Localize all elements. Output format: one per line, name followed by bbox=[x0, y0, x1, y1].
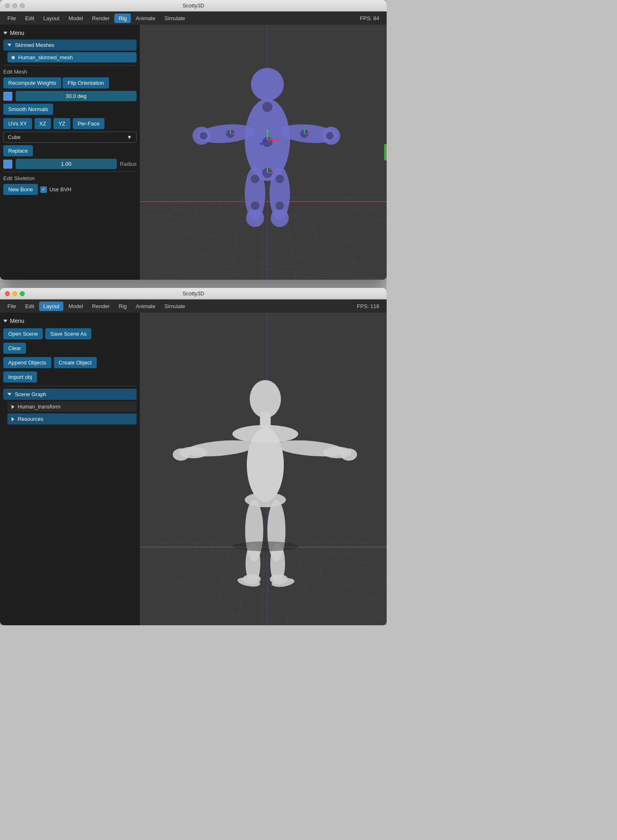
menu-layout[interactable]: Layout bbox=[39, 14, 63, 23]
menu-collapse-icon[interactable] bbox=[3, 32, 7, 35]
menu2-animate[interactable]: Animate bbox=[132, 302, 160, 311]
divider-1 bbox=[3, 65, 137, 65]
minimize-button[interactable] bbox=[12, 3, 17, 8]
dot-icon bbox=[12, 56, 15, 59]
resources-expand-icon bbox=[12, 417, 14, 421]
titlebar-layout: Scotty3D bbox=[0, 288, 387, 299]
human-mesh-label: Human_skinned_mesh bbox=[18, 54, 73, 60]
viewport-grid bbox=[140, 25, 387, 280]
menu-rig[interactable]: Rig bbox=[114, 14, 131, 23]
viewport-layout[interactable] bbox=[140, 313, 387, 625]
svg-point-33 bbox=[271, 209, 289, 227]
menu-label-2: Menu bbox=[10, 318, 24, 324]
smooth-normals-button[interactable]: Smooth Normals bbox=[3, 104, 53, 115]
traffic-lights-layout bbox=[5, 291, 25, 296]
resources-header[interactable]: Resources bbox=[7, 413, 137, 425]
maximize-button-2[interactable] bbox=[20, 291, 25, 296]
skinned-meshes-collapse-icon bbox=[7, 44, 12, 46]
minimize-button-2[interactable] bbox=[12, 291, 17, 296]
cube-dropdown[interactable]: Cube ▼ bbox=[3, 132, 137, 143]
menu-collapse-icon-2[interactable] bbox=[3, 320, 7, 323]
window-rig: Scotty3D File Edit Layout Model Render R… bbox=[0, 0, 387, 280]
uv-buttons-row: UVs XY XZ YZ Per-Face bbox=[3, 117, 137, 130]
fps-counter: FPS: 84 bbox=[356, 14, 383, 23]
scene-graph-header[interactable]: Scene Graph bbox=[3, 389, 137, 400]
menu-animate[interactable]: Animate bbox=[132, 14, 160, 23]
radius-input-row: Radius bbox=[3, 159, 137, 169]
svg-point-38 bbox=[276, 175, 284, 183]
cube-dropdown-row: Cube ▼ bbox=[3, 132, 137, 143]
new-bone-button[interactable]: New Bone bbox=[3, 184, 38, 195]
svg-point-87 bbox=[232, 425, 298, 443]
close-button-2[interactable] bbox=[5, 291, 10, 296]
menu2-rig[interactable]: Rig bbox=[114, 302, 131, 311]
scene-buttons-row: Open Scene Save Scene As bbox=[3, 327, 137, 340]
menu2-model[interactable]: Model bbox=[64, 302, 87, 311]
sidebar-rig: Menu Skinned Meshes Human_skinned_mesh E… bbox=[0, 25, 140, 280]
recompute-weights-button[interactable]: Recompute Weights bbox=[3, 77, 61, 88]
skinned-meshes-header[interactable]: Skinned Meshes bbox=[3, 39, 137, 51]
replace-button[interactable]: Replace bbox=[3, 145, 33, 156]
menu2-simulate[interactable]: Simulate bbox=[160, 302, 190, 311]
resources-label: Resources bbox=[18, 416, 43, 422]
human-transform-item[interactable]: Human_transform bbox=[7, 401, 137, 412]
menu-label: Menu bbox=[10, 30, 24, 36]
uvs-xy-button[interactable]: UVs XY bbox=[3, 118, 32, 129]
scene-graph-label: Scene Graph bbox=[15, 391, 46, 397]
viewport-layout-canvas bbox=[140, 313, 387, 625]
import-obj-button[interactable]: Import obj bbox=[3, 371, 37, 383]
checkmark-icon: ✓ bbox=[42, 187, 45, 192]
xz-button[interactable]: XZ bbox=[35, 118, 51, 129]
menu2-layout[interactable]: Layout bbox=[39, 302, 63, 311]
radius-label: Radius bbox=[120, 161, 137, 167]
radius-color-swatch bbox=[3, 160, 12, 169]
menu-edit[interactable]: Edit bbox=[21, 14, 38, 23]
edit-skeleton-label: Edit Skeleton bbox=[3, 175, 137, 181]
svg-point-44 bbox=[276, 202, 284, 210]
radius-input[interactable] bbox=[16, 159, 117, 169]
menubar-rig: File Edit Layout Model Render Rig Animat… bbox=[0, 12, 387, 25]
append-objects-button[interactable]: Append Objects bbox=[3, 357, 51, 368]
svg-point-32 bbox=[246, 209, 264, 227]
menu-render[interactable]: Render bbox=[88, 14, 114, 23]
svg-point-43 bbox=[251, 202, 259, 210]
menubar-layout: File Edit Layout Model Render Rig Animat… bbox=[0, 299, 387, 313]
cube-label: Cube bbox=[8, 134, 21, 140]
divider-3 bbox=[3, 386, 137, 386]
human-mesh-item[interactable]: Human_skinned_mesh bbox=[7, 52, 137, 63]
use-bvh-checkbox[interactable]: ✓ bbox=[40, 186, 47, 193]
menu-header-2: Menu bbox=[3, 316, 137, 326]
svg-point-86 bbox=[250, 380, 281, 418]
clear-button[interactable]: Clear bbox=[3, 343, 26, 354]
svg-point-41 bbox=[200, 132, 207, 139]
human-transform-expand-icon bbox=[12, 405, 14, 409]
close-button[interactable] bbox=[5, 3, 10, 8]
open-scene-button[interactable]: Open Scene bbox=[3, 328, 43, 339]
angle-input[interactable] bbox=[16, 91, 137, 101]
svg-point-25 bbox=[251, 68, 284, 101]
menu-file[interactable]: File bbox=[3, 14, 20, 23]
human-transform-label: Human_transform bbox=[18, 404, 60, 410]
scene-graph-collapse-icon bbox=[7, 393, 12, 396]
window-title-2: Scotty3D bbox=[183, 290, 204, 297]
menu-simulate[interactable]: Simulate bbox=[160, 14, 190, 23]
svg-point-90 bbox=[173, 448, 189, 461]
save-scene-as-button[interactable]: Save Scene As bbox=[45, 328, 91, 339]
yz-button[interactable]: YZ bbox=[53, 118, 70, 129]
viewport-rig[interactable] bbox=[140, 25, 387, 280]
menu-model[interactable]: Model bbox=[64, 14, 87, 23]
menu2-file[interactable]: File bbox=[3, 302, 20, 311]
angle-input-row bbox=[3, 91, 137, 101]
menu2-edit[interactable]: Edit bbox=[21, 302, 38, 311]
maximize-button[interactable] bbox=[20, 3, 25, 8]
menu2-render[interactable]: Render bbox=[88, 302, 114, 311]
create-object-button[interactable]: Create Object bbox=[54, 357, 97, 368]
flip-orientation-button[interactable]: Flip Orientation bbox=[63, 77, 109, 88]
svg-point-42 bbox=[326, 132, 334, 139]
window-layout: Scotty3D File Edit Layout Model Render R… bbox=[0, 288, 387, 625]
use-bvh-label: ✓ Use BVH bbox=[40, 183, 71, 196]
sidebar-layout: Menu Open Scene Save Scene As Clear Appe… bbox=[0, 313, 140, 625]
use-bvh-text: Use BVH bbox=[49, 186, 71, 193]
menu-header: Menu bbox=[3, 28, 137, 38]
per-face-button[interactable]: Per-Face bbox=[73, 118, 104, 129]
